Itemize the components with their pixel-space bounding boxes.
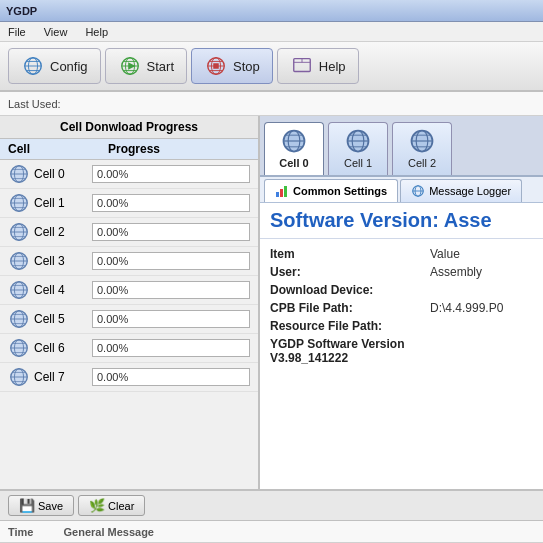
info-value-0: Assembly <box>430 265 482 279</box>
progress-value-4: 0.00% <box>97 284 128 296</box>
cell-name-6: Cell 6 <box>34 341 92 355</box>
progress-value-3: 0.00% <box>97 255 128 267</box>
start-button[interactable]: Start <box>105 48 187 84</box>
cell-rows: Cell 0 0.00% Cell 1 0.00% Cell 2 0.00% <box>0 160 258 392</box>
settings-tab-1[interactable]: Message Logger <box>400 179 522 202</box>
progress-value-1: 0.00% <box>97 197 128 209</box>
info-row-1: Download Device: <box>270 281 533 299</box>
progress-value-6: 0.00% <box>97 342 128 354</box>
menu-view[interactable]: View <box>40 24 72 40</box>
chart-icon <box>275 184 289 198</box>
info-table-header: Item Value <box>270 245 533 263</box>
cell-name-0: Cell 0 <box>34 167 92 181</box>
progress-bar-1: 0.00% <box>92 194 250 212</box>
col-cell-header: Cell <box>8 142 88 156</box>
cell-globe-icon <box>8 192 30 214</box>
info-item-1: Download Device: <box>270 283 430 297</box>
cell-name-1: Cell 1 <box>34 196 92 210</box>
cell-globe-icon <box>8 221 30 243</box>
log-message-header: General Message <box>63 526 154 538</box>
cell-tabs: Cell 0 Cell 1 Cell 2 <box>260 116 543 177</box>
progress-value-7: 0.00% <box>97 371 128 383</box>
progress-bar-7: 0.00% <box>92 368 250 386</box>
cell-tab-label-0: Cell 0 <box>279 157 308 169</box>
progress-bar-0: 0.00% <box>92 165 250 183</box>
cell-globe-icon <box>8 337 30 359</box>
cell-row-4: Cell 4 0.00% <box>0 276 258 305</box>
stop-button[interactable]: Stop <box>191 48 273 84</box>
menu-help[interactable]: Help <box>81 24 112 40</box>
cell-download-title: Cell Donwload Progress <box>0 116 258 139</box>
info-item-0: User: <box>270 265 430 279</box>
col-value-header: Value <box>430 247 460 261</box>
svg-rect-76 <box>280 189 283 197</box>
cell-row-2: Cell 2 0.00% <box>0 218 258 247</box>
cell-tab-0[interactable]: Cell 0 <box>264 122 324 175</box>
progress-bar-3: 0.00% <box>92 252 250 270</box>
cell-row-0: Cell 0 0.00% <box>0 160 258 189</box>
cell-globe-icon <box>8 279 30 301</box>
window-title: YGDP <box>6 5 37 17</box>
svg-rect-77 <box>284 186 287 197</box>
svg-rect-75 <box>276 192 279 197</box>
cell-tab-2[interactable]: Cell 2 <box>392 122 452 175</box>
progress-bar-6: 0.00% <box>92 339 250 357</box>
start-icon <box>118 54 142 78</box>
settings-tab-label-0: Common Settings <box>293 185 387 197</box>
svg-rect-16 <box>213 63 219 69</box>
cell-name-3: Cell 3 <box>34 254 92 268</box>
tab-globe-icon <box>408 127 436 155</box>
bottom-bar: 💾 Save 🌿 Clear <box>0 489 543 521</box>
cell-name-7: Cell 7 <box>34 370 92 384</box>
info-row-3: Resource File Path: <box>270 317 533 335</box>
cell-row-3: Cell 3 0.00% <box>0 247 258 276</box>
config-icon <box>21 54 45 78</box>
info-row-2: CPB File Path: D:\4.4.999.P0 <box>270 299 533 317</box>
help-button[interactable]: Help <box>277 48 359 84</box>
last-used-bar: Last Used: <box>0 92 543 116</box>
cell-tab-label-1: Cell 1 <box>344 157 372 169</box>
cell-globe-icon <box>8 163 30 185</box>
cell-name-4: Cell 4 <box>34 283 92 297</box>
menu-file[interactable]: File <box>4 24 30 40</box>
cell-row-7: Cell 7 0.00% <box>0 363 258 392</box>
settings-tab-label-1: Message Logger <box>429 185 511 197</box>
info-rows: User: Assembly Download Device: CPB File… <box>270 263 533 367</box>
cell-tab-1[interactable]: Cell 1 <box>328 122 388 175</box>
globe-icon-small <box>411 184 425 198</box>
log-time-header: Time <box>8 526 33 538</box>
info-row-0: User: Assembly <box>270 263 533 281</box>
save-button[interactable]: 💾 Save <box>8 495 74 516</box>
info-table: Item Value User: Assembly Download Devic… <box>260 239 543 489</box>
clear-icon: 🌿 <box>89 498 105 513</box>
col-item-header: Item <box>270 247 430 261</box>
settings-tab-0[interactable]: Common Settings <box>264 179 398 202</box>
save-icon: 💾 <box>19 498 35 513</box>
cell-table-header: Cell Progress <box>0 139 258 160</box>
log-bar: Time General Message <box>0 521 543 543</box>
cell-name-5: Cell 5 <box>34 312 92 326</box>
toolbar: Config Start Stop <box>0 42 543 92</box>
progress-bar-2: 0.00% <box>92 223 250 241</box>
progress-bar-4: 0.00% <box>92 281 250 299</box>
info-row-4: YGDP Software Version V3.98_141222 <box>270 335 533 367</box>
info-item-2: CPB File Path: <box>270 301 430 315</box>
cell-globe-icon <box>8 308 30 330</box>
tab-globe-icon <box>280 127 308 155</box>
title-bar: YGDP <box>0 0 543 22</box>
col-progress-header: Progress <box>88 142 250 156</box>
config-button[interactable]: Config <box>8 48 101 84</box>
cell-row-5: Cell 5 0.00% <box>0 305 258 334</box>
settings-tabs: Common SettingsMessage Logger <box>260 177 543 203</box>
cell-tab-label-2: Cell 2 <box>408 157 436 169</box>
progress-bar-5: 0.00% <box>92 310 250 328</box>
clear-button[interactable]: 🌿 Clear <box>78 495 145 516</box>
menu-bar: File View Help <box>0 22 543 42</box>
cell-globe-icon <box>8 366 30 388</box>
cell-row-1: Cell 1 0.00% <box>0 189 258 218</box>
info-item-4: YGDP Software Version V3.98_141222 <box>270 337 430 365</box>
version-header: Software Version: Asse <box>260 203 543 239</box>
stop-icon <box>204 54 228 78</box>
tab-globe-icon <box>344 127 372 155</box>
progress-value-0: 0.00% <box>97 168 128 180</box>
